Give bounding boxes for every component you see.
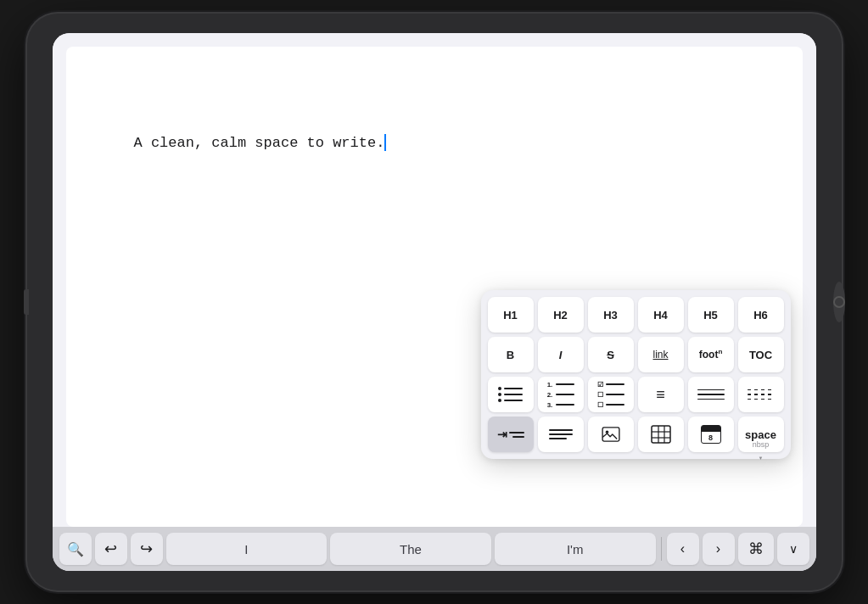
h4-label: H4 [653, 309, 668, 322]
h1-button[interactable]: H1 [488, 297, 534, 333]
prev-button[interactable]: ‹ [667, 533, 699, 565]
dashed-separator-button[interactable] [738, 377, 784, 412]
calendar-icon: 8 [701, 425, 721, 444]
check-list-icon: ☑ ☐ ☐ [592, 381, 630, 409]
space-button[interactable]: space nbsp [738, 417, 784, 452]
h2-label: H2 [553, 309, 568, 322]
svg-rect-2 [652, 426, 670, 443]
bullet-list-icon [493, 387, 528, 402]
image-icon [602, 427, 620, 442]
content-area: A clean, calm space to write. H1 H2 H3 H… [53, 33, 816, 527]
text-block-icon [549, 429, 573, 439]
calendar-button[interactable]: 8 [688, 417, 734, 452]
search-button[interactable]: 🔍 [59, 533, 92, 565]
text-cursor [384, 134, 386, 151]
next-icon: › [716, 541, 720, 556]
separator-icon [697, 389, 725, 400]
next-button[interactable]: › [703, 533, 735, 565]
link-button[interactable]: link [638, 337, 684, 372]
redo-button[interactable]: ↪ [131, 533, 163, 565]
divider [661, 537, 662, 561]
h5-label: H5 [703, 309, 718, 322]
table-button[interactable] [638, 417, 684, 452]
space-sublabel: nbsp [753, 440, 770, 449]
prev-icon: ‹ [680, 541, 685, 556]
home-button[interactable] [833, 282, 845, 322]
h1-label: H1 [503, 309, 518, 322]
space-label: space [745, 428, 776, 441]
expand-icon: ∨ [789, 542, 798, 556]
h5-button[interactable]: H5 [688, 297, 734, 333]
undo-button[interactable]: ↩ [95, 533, 127, 565]
h2-button[interactable]: H2 [538, 297, 584, 333]
footnote-button[interactable]: footn [688, 337, 734, 372]
image-button[interactable] [588, 417, 634, 452]
numbered-list-icon: 1. 2. 3. [542, 381, 580, 409]
h3-label: H3 [603, 309, 618, 322]
bold-label: B [507, 349, 514, 361]
text-block-button[interactable] [538, 417, 584, 452]
device-frame: A clean, calm space to write. H1 H2 H3 H… [27, 14, 842, 590]
h6-button[interactable]: H6 [738, 297, 784, 333]
editor-content: A clean, calm space to write. [134, 135, 385, 151]
formatting-toolbar: H1 H2 H3 H4 H5 H6 B [481, 290, 791, 459]
italic-button[interactable]: I [538, 337, 584, 372]
camera-button [24, 289, 29, 315]
word1-button[interactable]: I [166, 533, 328, 565]
footnote-label: footn [699, 349, 723, 361]
strike-label: S [607, 349, 614, 361]
dashed-separator-icon [748, 389, 775, 400]
editor-text: A clean, calm space to write. [66, 47, 455, 239]
check-list-button[interactable]: ☑ ☐ ☐ [588, 377, 634, 412]
separator-button[interactable] [688, 377, 734, 412]
word2-button[interactable]: The [330, 533, 491, 565]
h6-label: H6 [753, 309, 768, 322]
redo-icon: ↪ [140, 540, 153, 558]
h3-button[interactable]: H3 [588, 297, 634, 333]
screen: A clean, calm space to write. H1 H2 H3 H… [53, 33, 816, 571]
cmd-button[interactable]: ⌘ [738, 533, 774, 565]
bottom-toolbar: 🔍 ↩ ↪ I The I'm ‹ › ⌘ ∨ [53, 527, 816, 571]
expand-button[interactable]: ∨ [777, 533, 809, 565]
h4-button[interactable]: H4 [638, 297, 684, 333]
link-label: link [652, 349, 668, 361]
strikethrough-button[interactable]: S [588, 337, 634, 372]
word3-button[interactable]: I'm [495, 533, 656, 565]
bullet-list-button[interactable] [488, 377, 534, 412]
italic-label: I [559, 349, 563, 361]
toc-label: TOC [749, 349, 772, 361]
search-icon: 🔍 [67, 541, 84, 557]
undo-icon: ↩ [104, 540, 117, 558]
numbered-list-button[interactable]: 1. 2. 3. [538, 377, 584, 412]
indent-icon: ⇥ [497, 428, 524, 441]
table-icon [651, 425, 671, 444]
indent-button[interactable]: ⇥ [488, 417, 534, 452]
paragraph-icon: ≡ [656, 386, 665, 404]
toc-button[interactable]: TOC [738, 337, 784, 372]
paragraph-button[interactable]: ≡ [638, 377, 684, 412]
cmd-icon: ⌘ [748, 540, 764, 558]
bold-button[interactable]: B [488, 337, 534, 372]
